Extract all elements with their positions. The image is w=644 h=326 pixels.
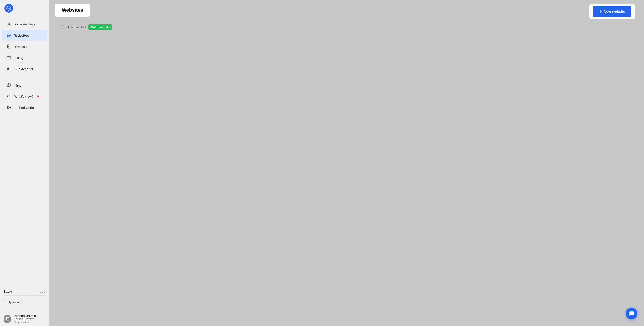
svg-rect-22: [6, 317, 9, 321]
upgrade-button[interactable]: Upgrade: [4, 299, 23, 306]
whats-new-badge: [37, 96, 39, 98]
sidebar-item-sub-account[interactable]: Sub Account: [2, 64, 48, 74]
sidebar-label-websites: Websites: [14, 34, 29, 37]
billing-icon: [6, 55, 11, 60]
help-icon: [6, 83, 11, 88]
sidebar-item-embed-code[interactable]: Embed Code: [2, 102, 48, 113]
sidebar-item-help[interactable]: Help: [2, 80, 48, 90]
plus-icon: +: [599, 9, 602, 14]
plan-name: Basic: [4, 290, 12, 293]
sidebar-item-invoices[interactable]: Invoices: [2, 41, 48, 52]
sidebar-label-invoices: Invoices: [14, 45, 26, 48]
plan-bar: [4, 295, 46, 296]
user-org: Perihan Uramış's Organization: [14, 318, 46, 324]
sub-account-icon: [6, 66, 11, 71]
sidebar-item-whats-new[interactable]: What's new?: [2, 91, 48, 102]
chat-fab-button[interactable]: [626, 308, 637, 319]
question-circle-icon: [60, 25, 64, 30]
sidebar-label-sub-account: Sub Account: [14, 67, 33, 71]
sidebar-item-websites[interactable]: Websites: [2, 30, 48, 41]
get-live-help-button[interactable]: Get Live Help: [88, 24, 112, 30]
how-it-works-text: How it works?: [67, 26, 86, 29]
plan-section: Basic 0 / 0 Upgrade: [0, 286, 49, 309]
sidebar: Personal Data Websites: [0, 0, 49, 326]
svg-point-11: [8, 68, 9, 69]
svg-point-1: [8, 22, 10, 24]
plan-usage: 0 / 0: [40, 290, 46, 293]
embed-icon: [6, 105, 11, 110]
svg-point-25: [62, 28, 62, 28]
svg-point-17: [8, 107, 10, 108]
nav-divider: [3, 77, 46, 77]
invoice-icon: [6, 44, 11, 49]
new-website-label: New website: [604, 10, 625, 14]
user-profile[interactable]: Perihan Uramış Perihan Uramış's Organiza…: [0, 311, 49, 326]
header: Websites + New website: [49, 0, 644, 19]
sidebar-label-embed-code: Embed Code: [14, 106, 34, 110]
sidebar-label-whats-new: What's new?: [14, 94, 33, 98]
plan-info: Basic 0 / 0: [4, 290, 46, 293]
bell-icon: [6, 94, 11, 99]
svg-point-15: [8, 86, 9, 86]
new-website-button[interactable]: + New website: [593, 6, 632, 17]
svg-point-23: [6, 318, 7, 319]
app-logo[interactable]: [0, 0, 49, 16]
globe-icon: [6, 33, 11, 38]
avatar: [4, 315, 11, 323]
info-bar: How it works? Get Live Help: [49, 19, 644, 30]
person-icon: [6, 22, 11, 26]
page-title: Websites: [62, 7, 83, 13]
sidebar-item-billing[interactable]: Billing: [2, 52, 48, 63]
sidebar-label-personal-data: Personal Data: [14, 22, 36, 26]
page-title-card: Websites: [54, 4, 90, 16]
sidebar-item-personal-data[interactable]: Personal Data: [2, 19, 48, 30]
user-name: Perihan Uramış: [14, 314, 46, 318]
user-info: Perihan Uramış Perihan Uramış's Organiza…: [14, 314, 46, 324]
sidebar-label-billing: Billing: [14, 56, 23, 60]
sidebar-label-help: Help: [14, 84, 21, 87]
sidebar-nav: Personal Data Websites: [0, 16, 49, 286]
logo-icon: [4, 4, 13, 12]
main-content: Websites + New website How it works? Get…: [49, 0, 644, 326]
svg-rect-8: [7, 56, 11, 59]
